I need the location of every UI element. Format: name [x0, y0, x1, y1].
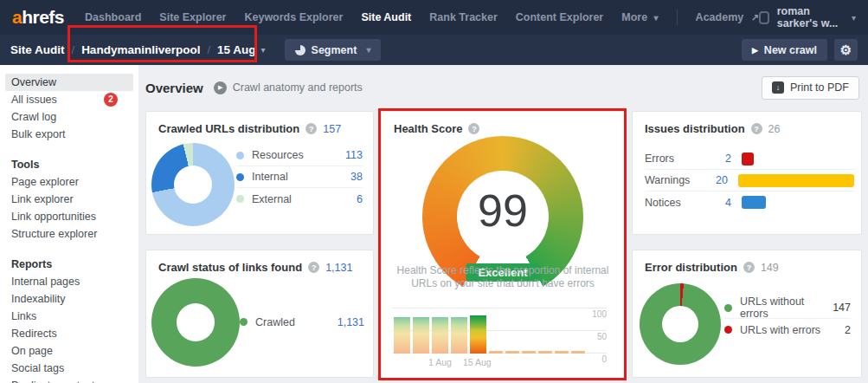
history-empty-dash [571, 351, 585, 354]
crawled-total-link[interactable]: 157 [323, 123, 341, 135]
history-empty-dash [489, 351, 503, 354]
project-selector[interactable]: Handymaninliverpool / 15 Aug ▾ [81, 43, 265, 56]
sidebar-item-bulk-export[interactable]: Bulk export [0, 126, 138, 143]
history-bar [413, 317, 429, 354]
internal-count-link[interactable]: 38 [350, 171, 363, 183]
help-icon[interactable]: ? [305, 123, 317, 134]
nav-item-site-audit[interactable]: Site Audit [361, 11, 411, 23]
breadcrumb-project: Handymaninliverpool [81, 43, 200, 56]
help-icon[interactable]: ? [743, 262, 755, 273]
card-crawled-urls-distribution: Crawled URLs distribution ? 157 Resource… [145, 111, 374, 235]
history-bar [394, 317, 410, 354]
sidebar-section-tools: Tools [0, 156, 138, 173]
nav-item-rank-tracker[interactable]: Rank Tracker [429, 11, 498, 23]
settings-button[interactable]: ⚙ [834, 39, 858, 61]
nav-item-keywords-explorer[interactable]: Keywords Explorer [244, 11, 343, 23]
legend-row-urls-with-errors: URLs with errors 2 [724, 319, 851, 341]
issues-count-badge: 2 [104, 93, 118, 107]
sidebar-item-page-explorer[interactable]: Page explorer [0, 173, 138, 191]
crawled-count-link[interactable]: 1,131 [338, 316, 364, 328]
history-bar [451, 317, 467, 354]
card-title: Crawled URLs distribution [158, 122, 299, 135]
help-icon[interactable]: ? [751, 123, 762, 134]
nav-item-site-explorer[interactable]: Site Explorer [159, 11, 226, 23]
card-title: Issues distribution [645, 122, 745, 135]
card-health-score: Health Score ? 99 Excellent Health Score… [381, 111, 625, 379]
sidebar-item-duplicate-content[interactable]: Duplicate content [0, 377, 138, 383]
sidebar-item-on-page[interactable]: On page [0, 342, 138, 360]
ahrefs-logo[interactable]: ahrefs [12, 7, 64, 28]
health-score-value: 99 [422, 185, 583, 237]
urls-without-errors-count: 147 [833, 302, 851, 314]
issue-row-errors: Errors 2 [645, 148, 854, 170]
card-crawl-status: Crawl status of links found ? 1,131 Craw… [145, 250, 374, 378]
warnings-count-link[interactable]: 20 [706, 174, 728, 186]
history-bars [394, 315, 585, 354]
issues-bar-chart: Errors 2 Warnings 20 Notices 4 [645, 148, 854, 213]
breadcrumb-root[interactable]: Site Audit [10, 43, 65, 56]
legend-row-external: External 6 [236, 188, 363, 210]
history-empty-dash [522, 351, 536, 354]
logo-rest: hrefs [22, 7, 64, 27]
legend-row-crawled: Crawled 1,131 [240, 311, 364, 333]
card-title: Crawl status of links found [158, 261, 302, 274]
gear-icon: ⚙ [840, 42, 852, 58]
card-title: Health Score [394, 122, 462, 135]
sidebar-item-links[interactable]: Links [0, 308, 138, 325]
new-crawl-button[interactable]: ▶ New crawl [742, 39, 827, 61]
nav-divider [677, 10, 678, 25]
links-total-link[interactable]: 1,131 [325, 262, 352, 274]
card-title: Error distribution [645, 261, 737, 274]
print-to-pdf-button[interactable]: ↓ Print to PDF [762, 76, 859, 100]
error-distribution-legend: URLs without errors 147 URLs with errors… [724, 297, 851, 341]
nav-item-more[interactable]: More ▾ [621, 11, 658, 23]
breadcrumb-crawl-date: 15 Aug [217, 43, 256, 56]
sidebar-item-indexability[interactable]: Indexability [0, 290, 138, 308]
sidebar-item-crawl-log[interactable]: Crawl log [0, 108, 138, 126]
pdf-icon: ↓ [772, 81, 784, 94]
sidebar-item-internal-pages[interactable]: Internal pages [0, 273, 138, 290]
crawl-anatomy-link[interactable]: ▶ Crawl anatomy and reports [214, 81, 363, 94]
history-empty-dash [555, 351, 569, 354]
play-circle-icon: ▶ [214, 81, 227, 94]
warnings-bar [738, 174, 854, 187]
y-tick-0: 0 [601, 354, 607, 364]
help-icon[interactable]: ? [308, 262, 319, 273]
legend-dot [724, 304, 732, 312]
resources-count-link[interactable]: 113 [345, 149, 363, 161]
x-label-1-aug: 1 Aug [428, 357, 452, 367]
nav-item-dashboard[interactable]: Dashboard [85, 11, 141, 23]
history-empty-dash [538, 351, 552, 354]
external-link-icon: ↗ [751, 12, 759, 23]
legend-dot [236, 195, 244, 203]
sidebar-item-all-issues[interactable]: All issues 2 [0, 91, 138, 108]
sidebar-item-redirects[interactable]: Redirects [0, 325, 138, 342]
sidebar-item-link-explorer[interactable]: Link explorer [0, 191, 138, 208]
sidebar-item-social-tags[interactable]: Social tags [0, 360, 138, 377]
sidebar-item-link-opportunities[interactable]: Link opportunities [0, 208, 138, 225]
external-count-link[interactable]: 6 [357, 193, 363, 205]
sidebar-item-overview[interactable]: Overview [5, 74, 133, 91]
errors-count-link[interactable]: 2 [709, 153, 731, 165]
crawl-status-legend: Crawled 1,131 [240, 311, 364, 333]
pie-chart-icon [295, 45, 305, 55]
nav-item-academy[interactable]: Academy ↗ [696, 11, 759, 23]
account-label: roman sarker's w... [777, 5, 840, 29]
y-tick-50: 50 [597, 332, 607, 341]
legend-row-internal: Internal 38 [236, 166, 363, 188]
legend-dot [236, 173, 244, 181]
notices-count-link[interactable]: 4 [709, 197, 731, 209]
segment-button[interactable]: Segment ▾ [285, 39, 382, 61]
help-icon[interactable]: ? [468, 123, 479, 134]
breadcrumb-separator: / [207, 43, 210, 56]
sidebar-item-structure-explorer[interactable]: Structure explorer [0, 225, 138, 243]
nav-item-content-explorer[interactable]: Content Explorer [516, 11, 603, 23]
card-error-distribution: Error distribution ? 149 URLs without er… [632, 250, 862, 378]
main-header: Overview ▶ Crawl anatomy and reports ↓ P… [145, 75, 859, 100]
page-subtitle: Crawl anatomy and reports [233, 81, 363, 94]
legend-dot [236, 152, 244, 159]
card-issues-distribution: Issues distribution ? 26 Errors 2 Warnin… [632, 111, 862, 235]
account-menu[interactable]: roman sarker's w... ▾ [759, 5, 856, 29]
urls-with-errors-count: 2 [845, 324, 851, 336]
issue-row-notices: Notices 4 [645, 192, 854, 213]
